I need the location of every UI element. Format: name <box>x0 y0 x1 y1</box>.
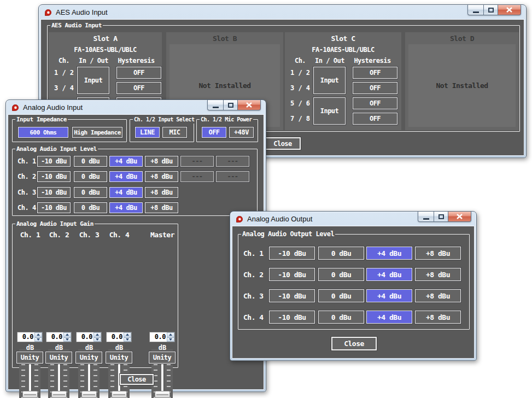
spin-up-button[interactable] <box>63 332 71 337</box>
gain-value[interactable]: 0.0 <box>51 333 62 341</box>
gain-spinner-ch4[interactable]: 0.0 <box>106 332 132 342</box>
impedance-high-button[interactable]: High Impedance <box>72 127 122 138</box>
gain-spinner-master[interactable]: 0.0 <box>149 332 175 342</box>
spin-up-button[interactable] <box>124 332 131 337</box>
level-button[interactable]: 0 dBu <box>74 187 107 198</box>
hysteresis-button[interactable]: OFF <box>116 67 161 79</box>
slider-thumb[interactable] <box>155 391 170 398</box>
minimize-button[interactable] <box>467 5 483 15</box>
output-level-button[interactable]: +8 dBu <box>415 268 461 281</box>
minimize-button[interactable] <box>207 100 223 110</box>
slot-d-panel: Slot D Not Installed <box>405 32 519 130</box>
impedance-600ohms-button[interactable]: 600 Ohms <box>18 127 68 138</box>
mic-power-48v-button[interactable]: +48V <box>229 127 254 138</box>
aes-window-titlebar[interactable]: AES Audio Input <box>39 5 526 20</box>
output-level-button[interactable]: +8 dBu <box>415 247 461 260</box>
input-close-button[interactable]: Close <box>120 374 154 385</box>
level-button[interactable]: +8 dBu <box>145 187 178 198</box>
level-button[interactable]: 0 dBu <box>74 202 107 213</box>
maximize-button[interactable] <box>483 5 498 15</box>
output-level-button[interactable]: 0 dBu <box>318 311 364 324</box>
output-level-button[interactable]: +4 dBu <box>366 311 412 324</box>
gain-value[interactable]: 0.0 <box>155 333 166 341</box>
close-window-button[interactable] <box>498 5 521 15</box>
minimize-button[interactable] <box>418 212 434 222</box>
maximize-button[interactable] <box>223 100 238 110</box>
output-level-button[interactable]: 0 dBu <box>318 268 364 281</box>
output-window-titlebar[interactable]: Analog Audio Output <box>230 212 476 226</box>
output-level-button[interactable]: +4 dBu <box>366 268 412 281</box>
spin-up-button[interactable] <box>34 332 42 337</box>
level-button[interactable]: +4 dBu <box>109 156 143 167</box>
spin-down-button[interactable] <box>63 337 71 342</box>
output-level-button[interactable]: +4 dBu <box>366 247 412 260</box>
level-button[interactable]: +8 dBu <box>145 156 178 167</box>
level-button[interactable]: -10 dBu <box>37 156 71 167</box>
input-window-titlebar[interactable]: Analog Audio Input <box>6 100 266 115</box>
gain-value[interactable]: 0.0 <box>22 333 33 341</box>
gain-spinner-ch1[interactable]: 0.0 <box>17 332 43 342</box>
level-button[interactable]: -10 dBu <box>37 202 71 213</box>
output-level-button[interactable]: +4 dBu <box>366 289 412 302</box>
output-window-client: Analog Audio Output Level Ch. 1 -10 dBu … <box>232 226 474 358</box>
spin-up-button[interactable] <box>167 332 174 337</box>
output-level-button[interactable]: +8 dBu <box>415 311 461 324</box>
level-button[interactable]: +4 dBu <box>109 202 143 213</box>
level-button[interactable]: 0 dBu <box>74 171 107 182</box>
spin-down-button[interactable] <box>167 337 174 342</box>
unity-button[interactable]: Unity <box>106 352 132 364</box>
spin-down-button[interactable] <box>124 337 131 342</box>
level-button[interactable]: +8 dBu <box>145 171 178 182</box>
hysteresis-button[interactable]: OFF <box>353 113 397 125</box>
close-window-button[interactable] <box>448 212 471 222</box>
slider-thumb[interactable] <box>112 391 127 398</box>
inout-button[interactable]: Input <box>77 67 109 94</box>
hysteresis-button[interactable]: OFF <box>353 67 397 79</box>
level-button[interactable]: 0 dBu <box>74 156 107 167</box>
slot-a-title: Slot A <box>49 34 162 43</box>
output-level-button[interactable]: -10 dBu <box>269 268 315 281</box>
maximize-button[interactable] <box>434 212 448 222</box>
hysteresis-button[interactable]: OFF <box>116 82 161 94</box>
unity-button[interactable]: Unity <box>75 352 102 364</box>
hysteresis-button[interactable]: OFF <box>353 82 397 94</box>
unity-button[interactable]: Unity <box>45 352 72 364</box>
level-button[interactable]: +4 dBu <box>109 187 143 198</box>
gain-spinner-ch2[interactable]: 0.0 <box>46 332 72 342</box>
level-button[interactable]: +8 dBu <box>145 202 178 213</box>
gain-value[interactable]: 0.0 <box>81 333 92 341</box>
level-button[interactable]: -10 dBu <box>37 171 71 182</box>
inout-button[interactable]: Input <box>313 97 346 125</box>
line-button[interactable]: LINE <box>135 127 160 138</box>
output-level-button[interactable]: -10 dBu <box>269 247 315 260</box>
output-level-button[interactable]: 0 dBu <box>318 289 364 302</box>
output-level-button[interactable]: -10 dBu <box>269 311 315 324</box>
gain-channel-label: Ch. 1 <box>15 231 45 239</box>
gain-spinner-ch3[interactable]: 0.0 <box>76 332 102 342</box>
channel-pair-label: 1 / 2 <box>51 67 77 79</box>
spin-up-button[interactable] <box>93 332 101 337</box>
spin-down-button[interactable] <box>93 337 101 342</box>
output-level-button[interactable]: 0 dBu <box>318 247 364 260</box>
output-level-button[interactable]: +8 dBu <box>415 289 461 302</box>
mic-button[interactable]: MIC <box>162 127 187 138</box>
level-button[interactable]: +4 dBu <box>109 171 143 182</box>
mic-power-off-button[interactable]: OFF <box>202 127 226 138</box>
unity-button[interactable]: Unity <box>16 352 43 364</box>
inout-button[interactable]: Input <box>313 67 346 94</box>
slider-thumb[interactable] <box>81 391 97 398</box>
level-button[interactable]: -10 dBu <box>37 187 71 198</box>
hysteresis-button[interactable]: OFF <box>353 97 397 109</box>
output-close-button[interactable]: Close <box>331 337 377 350</box>
slider-thumb[interactable] <box>51 391 67 398</box>
gain-value[interactable]: 0.0 <box>112 333 122 341</box>
slot-a-model: FA-10AES-UBL/UBLC <box>49 46 162 54</box>
unity-button[interactable]: Unity <box>149 352 176 364</box>
slider-thumb[interactable] <box>22 391 38 398</box>
output-level-button[interactable]: -10 dBu <box>269 289 315 302</box>
spin-down-button[interactable] <box>34 337 42 342</box>
aes-close-button[interactable]: Close <box>265 137 301 150</box>
channel-label: Ch. 2 <box>17 173 36 180</box>
close-window-button[interactable] <box>238 100 261 110</box>
slot-d-status: Not Installed <box>408 44 516 127</box>
